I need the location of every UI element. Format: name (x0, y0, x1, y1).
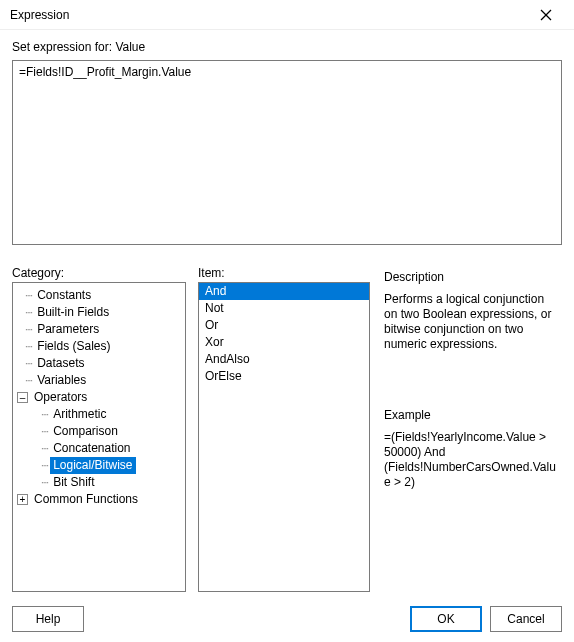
tree-item[interactable]: ····Concatenation (15, 440, 183, 457)
tree-item[interactable]: ····Built-in Fields (15, 304, 183, 321)
tree-item[interactable]: ····Parameters (15, 321, 183, 338)
expression-input[interactable] (12, 60, 562, 245)
tree-connector-icon: ···· (41, 406, 48, 423)
item-list[interactable]: AndNotOrXorAndAlsoOrElse (198, 282, 370, 592)
expand-icon[interactable]: + (17, 494, 28, 505)
tree-connector-icon: ···· (25, 321, 32, 338)
description-text: Performs a logical conjunction on two Bo… (384, 292, 560, 352)
tree-connector-icon: ···· (41, 457, 48, 474)
example-text: =(Fields!YearlyIncome.Value > 50000) And… (384, 430, 560, 490)
ok-button[interactable]: OK (410, 606, 482, 632)
tree-connector-icon: ···· (41, 423, 48, 440)
tree-item-label: Logical/Bitwise (50, 457, 135, 474)
tree-item[interactable]: ····Datasets (15, 355, 183, 372)
tree-connector-icon: ···· (25, 287, 32, 304)
tree-connector-icon: ···· (25, 372, 32, 389)
tree-item[interactable]: ····Constants (15, 287, 183, 304)
list-item[interactable]: Or (199, 317, 369, 334)
list-item[interactable]: AndAlso (199, 351, 369, 368)
tree-connector-icon: ···· (41, 474, 48, 491)
tree-item-label: Concatenation (50, 440, 133, 457)
description-heading: Description (384, 270, 560, 284)
tree-item-label: Parameters (34, 321, 102, 338)
tree-connector-icon: ···· (25, 355, 32, 372)
close-button[interactable] (526, 1, 566, 29)
category-tree[interactable]: ····Constants····Built-in Fields····Para… (12, 282, 186, 592)
list-item[interactable]: Not (199, 300, 369, 317)
list-item[interactable]: Xor (199, 334, 369, 351)
tree-item-label: Arithmetic (50, 406, 109, 423)
cancel-button[interactable]: Cancel (490, 606, 562, 632)
tree-item-label: Datasets (34, 355, 87, 372)
tree-item[interactable]: ····Bit Shift (15, 474, 183, 491)
tree-item-label: Comparison (50, 423, 121, 440)
window-title: Expression (10, 8, 69, 22)
category-label: Category: (12, 266, 186, 280)
tree-item[interactable]: +Common Functions (15, 491, 183, 508)
tree-item-label: Common Functions (31, 491, 141, 508)
tree-item[interactable]: ····Comparison (15, 423, 183, 440)
help-button[interactable]: Help (12, 606, 84, 632)
tree-item-label: Operators (31, 389, 90, 406)
list-item[interactable]: OrElse (199, 368, 369, 385)
tree-item-label: Fields (Sales) (34, 338, 113, 355)
collapse-icon[interactable]: – (17, 392, 28, 403)
example-heading: Example (384, 408, 560, 422)
tree-connector-icon: ···· (25, 304, 32, 321)
title-bar: Expression (0, 0, 574, 30)
tree-item-label: Built-in Fields (34, 304, 112, 321)
tree-connector-icon: ···· (41, 440, 48, 457)
list-item[interactable]: And (199, 283, 369, 300)
prompt-label: Set expression for: Value (12, 40, 562, 54)
details-panel: Description Performs a logical conjuncti… (382, 266, 562, 592)
tree-item[interactable]: ····Arithmetic (15, 406, 183, 423)
tree-item[interactable]: ····Logical/Bitwise (15, 457, 183, 474)
tree-item[interactable]: –Operators (15, 389, 183, 406)
tree-connector-icon: ···· (25, 338, 32, 355)
tree-item[interactable]: ····Fields (Sales) (15, 338, 183, 355)
close-icon (540, 9, 552, 21)
item-label: Item: (198, 266, 370, 280)
tree-item[interactable]: ····Variables (15, 372, 183, 389)
tree-item-label: Bit Shift (50, 474, 97, 491)
tree-item-label: Variables (34, 372, 89, 389)
tree-item-label: Constants (34, 287, 94, 304)
